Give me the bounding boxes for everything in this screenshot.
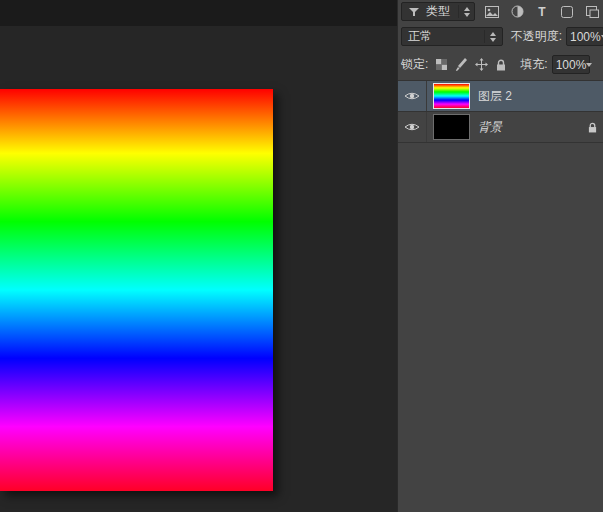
lock-transparent-pixels-icon[interactable] (434, 58, 448, 72)
opacity-value-field[interactable]: 100% (566, 27, 603, 46)
layer-name[interactable]: 图层 2 (478, 88, 512, 105)
filter-type-layers-icon[interactable]: T (534, 4, 550, 19)
layers-panel: 类型 T (397, 0, 603, 512)
lock-image-pixels-brush-icon[interactable] (454, 58, 468, 72)
background-lock-icon (588, 122, 597, 133)
canvas-area (0, 0, 397, 512)
dropdown-spinner-icon (484, 30, 496, 43)
visibility-toggle[interactable] (398, 81, 427, 111)
blend-opacity-row: 正常 不透明度: 100% (398, 26, 603, 47)
value-dropdown-arrow-icon (586, 63, 592, 67)
filter-smart-object-icon[interactable] (584, 4, 600, 19)
eye-icon (404, 122, 420, 132)
lock-all-padlock-icon[interactable] (494, 58, 508, 72)
lock-fill-row: 锁定: 填充: (398, 54, 603, 75)
filter-adjustment-layers-icon[interactable] (509, 4, 525, 19)
layer-thumbnail-black[interactable] (433, 114, 470, 140)
rainbow-gradient-artwork[interactable] (0, 89, 273, 491)
visibility-toggle[interactable] (398, 112, 427, 142)
dropdown-spinner-icon (458, 5, 470, 18)
layer-name[interactable]: 背景 (478, 119, 502, 136)
filter-kind-dropdown[interactable]: 类型 (401, 2, 475, 21)
fill-value: 100% (556, 58, 587, 72)
fill-value-field[interactable]: 100% (552, 55, 590, 74)
layer-filter-bar: 类型 T (398, 2, 603, 21)
layer-row-background[interactable]: 背景 (398, 112, 603, 143)
opacity-value: 100% (570, 30, 601, 44)
opacity-label: 不透明度: (511, 28, 562, 45)
layer-row-layer2[interactable]: 图层 2 (398, 81, 603, 112)
filter-kind-label: 类型 (426, 3, 454, 20)
document-tab-strip (0, 0, 397, 26)
layer-thumbnail-rainbow[interactable] (433, 83, 470, 109)
filter-funnel-icon (406, 4, 422, 19)
layer-list: 图层 2 背景 (398, 80, 603, 143)
blend-mode-value: 正常 (408, 28, 484, 45)
lock-position-move-icon[interactable] (474, 58, 488, 72)
fill-label: 填充: (520, 56, 547, 73)
blend-mode-dropdown[interactable]: 正常 (401, 27, 503, 46)
filter-shape-layers-icon[interactable] (559, 4, 575, 19)
lock-label: 锁定: (401, 56, 428, 73)
eye-icon (404, 91, 420, 101)
filter-pixel-layers-icon[interactable] (484, 4, 500, 19)
